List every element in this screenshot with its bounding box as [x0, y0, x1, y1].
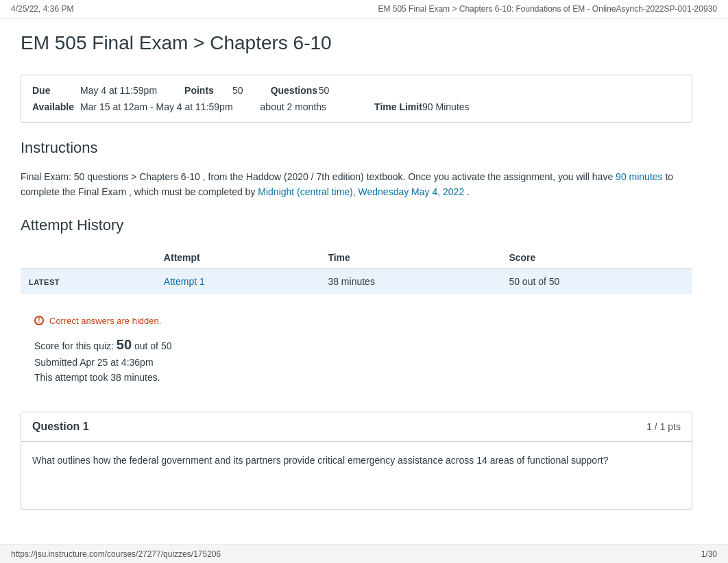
- score-line: Score for this quiz: 50 out of 50: [34, 337, 679, 353]
- question-card: Question 1 1 / 1 pts What outlines how t…: [21, 412, 692, 510]
- attempt-history-title: Attempt History: [21, 216, 692, 234]
- correct-answers-notice: ! Correct answers are hidden.: [34, 316, 679, 326]
- attempt-table: Attempt Time Score LATEST Attempt 1 38 m…: [21, 247, 692, 294]
- available-label: Available: [32, 101, 80, 112]
- instructions-title: Instructions: [21, 139, 692, 157]
- latest-badge: LATEST: [29, 278, 60, 286]
- warning-icon: !: [34, 316, 44, 325]
- col-time: Time: [319, 247, 500, 269]
- questions-label: Questions: [271, 85, 319, 96]
- bottom-bar: https://jsu.instructure.com/courses/2727…: [0, 545, 728, 563]
- due-label: Due: [32, 85, 80, 96]
- question-body: What outlines how the federal government…: [21, 442, 692, 509]
- main-content: EM 505 Final Exam > Chapters 6-10 Due Ma…: [0, 18, 713, 523]
- bottom-pagination: 1/30: [701, 549, 717, 559]
- correct-answers-text: Correct answers are hidden.: [49, 316, 161, 326]
- instructions-link2[interactable]: Midnight (central time), Wednesday May 4…: [258, 186, 464, 197]
- breadcrumb: EM 505 Final Exam > Chapters 6-10: Found…: [378, 4, 717, 14]
- attempt-history-section: Attempt History Attempt Time Score LATES…: [21, 216, 692, 294]
- instructions-link1[interactable]: 90 minutes: [616, 171, 662, 182]
- bottom-url: https://jsu.instructure.com/courses/2727…: [11, 549, 221, 559]
- timelimit-value: 90 Minutes: [422, 101, 469, 112]
- submitted-line: Submitted Apr 25 at 4:36pm: [34, 357, 679, 368]
- question-header: Question 1 1 / 1 pts: [21, 412, 692, 442]
- score-label: Score for this quiz:: [34, 340, 114, 351]
- due-value: May 4 at 11:59pm: [80, 85, 157, 96]
- took-line: This attempt took 38 minutes.: [34, 372, 679, 383]
- score-suffix: out of 50: [134, 340, 172, 351]
- page-title: EM 505 Final Exam > Chapters 6-10: [21, 32, 692, 61]
- col-score: Score: [500, 247, 692, 269]
- meta-row-1: Due May 4 at 11:59pm Points 50 Questions…: [32, 85, 681, 96]
- meta-row-2: Available Mar 15 at 12am - May 4 at 11:5…: [32, 101, 681, 112]
- points-value: 50: [232, 85, 243, 96]
- attempt-score: 50 out of 50: [500, 268, 692, 294]
- question-pts: 1 / 1 pts: [646, 421, 681, 432]
- score-number: 50: [117, 337, 132, 352]
- attempt-table-header: Attempt Time Score: [21, 247, 692, 269]
- table-row: LATEST Attempt 1 38 minutes 50 out of 50: [21, 268, 692, 294]
- score-section: ! Correct answers are hidden. Score for …: [21, 305, 692, 398]
- available-value: Mar 15 at 12am - May 4 at 11:59pm: [80, 101, 233, 112]
- attempt-time: 38 minutes: [319, 268, 500, 294]
- datetime: 4/25/22, 4:36 PM: [11, 4, 73, 14]
- instructions-before: Final Exam: 50 questions > Chapters 6-10…: [21, 171, 616, 182]
- question-title: Question 1: [32, 421, 89, 433]
- col-attempt: Attempt: [156, 247, 320, 269]
- questions-value: 50: [319, 85, 330, 96]
- timelimit-label: Time Limit: [374, 101, 422, 112]
- top-bar: 4/25/22, 4:36 PM EM 505 Final Exam > Cha…: [0, 0, 728, 18]
- attempt-link[interactable]: Attempt 1: [164, 276, 205, 287]
- available-extra: about 2 months: [260, 101, 327, 112]
- instructions-body: Final Exam: 50 questions > Chapters 6-10…: [21, 169, 692, 200]
- points-label: Points: [184, 85, 232, 96]
- instructions-end: .: [464, 186, 470, 197]
- col-badge: [21, 247, 156, 269]
- meta-section: Due May 4 at 11:59pm Points 50 Questions…: [21, 75, 692, 123]
